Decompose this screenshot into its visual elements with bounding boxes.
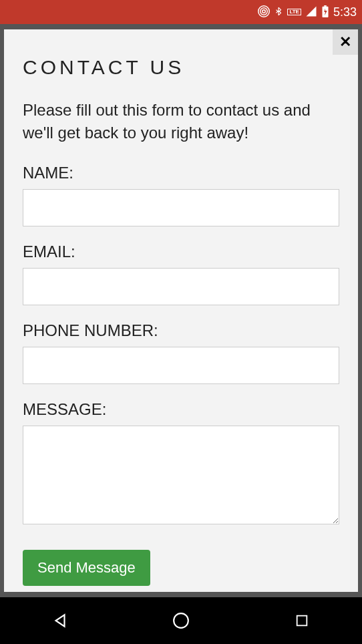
email-input[interactable] [23,268,339,305]
name-label: NAME: [23,164,339,182]
status-time: 5:33 [333,5,357,19]
modal-title: CONTACT US [23,56,339,79]
svg-point-1 [260,7,268,15]
svg-rect-6 [297,616,307,626]
name-input[interactable] [23,189,339,226]
email-label: EMAIL: [23,243,339,261]
message-label: MESSAGE: [23,400,339,419]
battery-icon [321,5,329,19]
status-bar: LTE 5:33 [0,0,362,24]
send-message-button[interactable]: Send Message [23,550,150,586]
modal-backdrop: ✕ CONTACT US Please fill out this form t… [0,24,362,597]
contact-modal: ✕ CONTACT US Please fill out this form t… [4,29,358,592]
close-button[interactable]: ✕ [333,29,358,55]
back-button[interactable] [51,611,69,630]
phone-field-group: PHONE NUMBER: [23,321,339,384]
modal-description: Please fill out this form to contact us … [23,99,339,144]
svg-rect-4 [324,5,327,7]
home-button[interactable] [172,611,190,630]
close-icon: ✕ [339,33,351,51]
cast-icon [258,5,270,19]
svg-point-5 [174,613,188,628]
phone-input[interactable] [23,347,339,384]
lte-badge: LTE [287,9,301,15]
recents-button[interactable] [293,611,311,630]
message-input[interactable] [23,426,339,524]
nav-bar [0,597,362,644]
name-field-group: NAME: [23,164,339,226]
message-field-group: MESSAGE: [23,400,339,527]
email-field-group: EMAIL: [23,243,339,305]
bluetooth-icon [274,5,283,19]
svg-point-0 [262,9,266,13]
status-icons: LTE 5:33 [258,5,357,19]
signal-icon [305,5,317,19]
phone-label: PHONE NUMBER: [23,321,339,340]
